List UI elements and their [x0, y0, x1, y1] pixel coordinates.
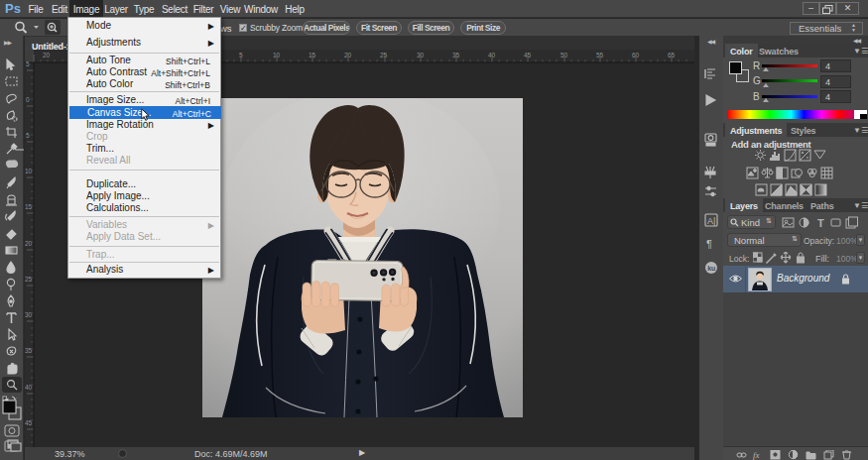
svg-text:20: 20 [25, 240, 33, 247]
svg-text:¶: ¶ [706, 238, 712, 250]
svg-text:T: T [817, 217, 824, 229]
svg-text:35: 35 [25, 347, 33, 354]
svg-text:5: 5 [26, 132, 30, 139]
svg-text:ku: ku [707, 265, 715, 272]
svg-text:0: 0 [26, 96, 30, 103]
svg-text:30: 30 [25, 311, 33, 318]
svg-text:A|: A| [707, 216, 715, 226]
svg-text:fx: fx [753, 450, 760, 460]
svg-text:20: 20 [43, 52, 51, 58]
svg-text:25: 25 [380, 52, 388, 58]
svg-text:5: 5 [26, 60, 30, 67]
svg-text:25: 25 [25, 276, 33, 283]
